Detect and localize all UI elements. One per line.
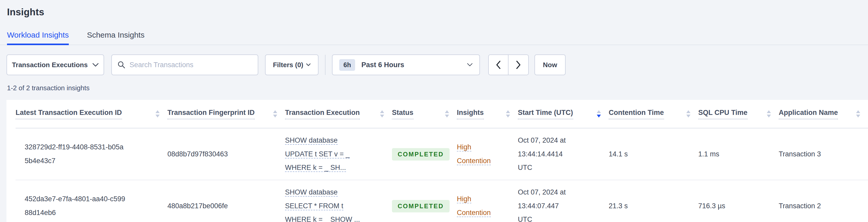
- column-header-application-name[interactable]: Application Name: [779, 109, 868, 119]
- page-title: Insights: [7, 7, 868, 18]
- filters-dropdown-label: Filters (0): [273, 61, 303, 69]
- insights-page: Insights Workload Insights Schema Insigh…: [0, 0, 868, 222]
- column-header-label[interactable]: Contention Time: [609, 109, 664, 119]
- cell-start-time: Oct 07, 2024 at 13:44:14.4414 UTC: [518, 133, 584, 175]
- column-header-label[interactable]: Start Time (UTC): [518, 109, 573, 119]
- chevron-down-icon: [306, 63, 311, 66]
- column-header-latest-execution-id[interactable]: Latest Transaction Execution ID: [16, 109, 167, 119]
- tab-schema-insights[interactable]: Schema Insights: [87, 31, 145, 45]
- cell-fingerprint-id: 08d8b7d97f830463: [167, 147, 285, 161]
- column-header-sql-cpu-time[interactable]: SQL CPU Time: [698, 109, 779, 119]
- column-header-label[interactable]: Application Name: [779, 109, 838, 119]
- tab-workload-insights[interactable]: Workload Insights: [7, 31, 69, 45]
- now-button[interactable]: Now: [534, 55, 566, 75]
- cell-start-time: Oct 07, 2024 at 13:44:07.447 UTC: [518, 185, 584, 222]
- sort-arrows-icon[interactable]: [767, 110, 771, 118]
- cell-sql-cpu-time: 716.3 µs: [698, 199, 779, 213]
- cell-status: COMPLETED: [392, 199, 457, 213]
- cell-sql-cpu-time: 1.1 ms: [698, 147, 779, 161]
- chevron-right-icon: [516, 60, 521, 69]
- sort-arrows-icon[interactable]: [155, 110, 160, 118]
- insight-link[interactable]: High Contention: [457, 195, 491, 217]
- cell-contention-time: 14.1 s: [609, 147, 698, 161]
- column-header-status[interactable]: Status: [392, 109, 457, 119]
- status-badge: COMPLETED: [392, 200, 450, 213]
- search-icon: [118, 61, 125, 69]
- time-range-stepper: [488, 55, 529, 75]
- cell-insights: High Contention: [457, 192, 501, 219]
- cell-fingerprint-id: 480a8b217be006fe: [167, 199, 285, 213]
- time-range-label: Past 6 Hours: [361, 61, 404, 69]
- workload-type-dropdown[interactable]: Transaction Executions: [6, 55, 104, 75]
- insights-table-panel: Latest Transaction Execution ID Transact…: [6, 100, 868, 222]
- transaction-execution-link[interactable]: SHOW database SELECT * FROM t WHERE k = …: [285, 188, 360, 222]
- table-header-row: Latest Transaction Execution ID Transact…: [16, 100, 868, 128]
- column-header-transaction-execution[interactable]: Transaction Execution: [285, 109, 392, 119]
- sort-arrows-icon[interactable]: [380, 110, 384, 118]
- toolbar-divider: [325, 55, 326, 75]
- cell-latest-execution-id: 452da3e7-e7fa-4801-aa40-c59988d14eb6: [16, 192, 137, 219]
- time-range-badge: 6h: [339, 59, 355, 71]
- cell-transaction-execution: SHOW database UPDATE t SET v = _ WHERE k…: [285, 133, 376, 175]
- cell-application-name: Transaction 2: [779, 199, 868, 213]
- transaction-insights-table: Latest Transaction Execution ID Transact…: [16, 100, 868, 222]
- time-range-dropdown[interactable]: 6h Past 6 Hours: [332, 55, 480, 75]
- chevron-down-icon: [92, 63, 99, 67]
- column-header-label[interactable]: Status: [392, 109, 413, 119]
- chevron-left-icon: [496, 60, 501, 69]
- column-header-label[interactable]: SQL CPU Time: [698, 109, 748, 119]
- sort-arrows-icon[interactable]: [445, 110, 449, 118]
- column-header-contention-time[interactable]: Contention Time: [609, 109, 698, 119]
- insight-link[interactable]: High Contention: [457, 143, 491, 165]
- sort-arrows-icon-active[interactable]: [597, 110, 601, 118]
- table-row: 328729d2-ff19-4408-8531-b05a5b4e43c7 08d…: [16, 128, 868, 180]
- cell-application-name: Transaction 3: [779, 147, 868, 161]
- cell-status: COMPLETED: [392, 147, 457, 161]
- time-range-prev-button[interactable]: [489, 55, 508, 75]
- cell-latest-execution-id: 328729d2-ff19-4408-8531-b05a5b4e43c7: [16, 140, 137, 167]
- sort-arrows-icon[interactable]: [273, 110, 277, 118]
- sort-arrows-icon[interactable]: [506, 110, 510, 118]
- chevron-down-icon: [467, 63, 473, 67]
- filters-dropdown[interactable]: Filters (0): [265, 55, 318, 75]
- column-header-label[interactable]: Latest Transaction Execution ID: [16, 109, 122, 119]
- status-badge: COMPLETED: [392, 148, 450, 161]
- toolbar: Transaction Executions Filters (0) 6h Pa…: [6, 55, 868, 75]
- column-header-label[interactable]: Transaction Execution: [285, 109, 360, 119]
- cell-insights: High Contention: [457, 140, 501, 167]
- column-header-insights[interactable]: Insights: [457, 109, 518, 119]
- transaction-execution-link[interactable]: SHOW database UPDATE t SET v = _ WHERE k…: [285, 136, 350, 172]
- column-header-label[interactable]: Insights: [457, 109, 484, 119]
- results-summary: 1-2 of 2 transaction insights: [7, 84, 868, 92]
- tab-bar: Workload Insights Schema Insights: [0, 31, 868, 45]
- sort-arrows-icon[interactable]: [856, 110, 860, 118]
- page-header: Insights: [0, 0, 868, 18]
- search-input[interactable]: [129, 61, 252, 69]
- column-header-start-time[interactable]: Start Time (UTC): [518, 109, 609, 119]
- cell-transaction-execution: SHOW database SELECT * FROM t WHERE k = …: [285, 185, 376, 222]
- time-range-next-button[interactable]: [508, 55, 528, 75]
- search-box[interactable]: [111, 55, 258, 75]
- column-header-label[interactable]: Transaction Fingerprint ID: [167, 109, 255, 119]
- sort-arrows-icon[interactable]: [686, 110, 690, 118]
- table-row: 452da3e7-e7fa-4801-aa40-c59988d14eb6 480…: [16, 180, 868, 222]
- column-header-fingerprint-id[interactable]: Transaction Fingerprint ID: [167, 109, 285, 119]
- cell-contention-time: 21.3 s: [609, 199, 698, 213]
- workload-type-dropdown-label: Transaction Executions: [12, 61, 88, 69]
